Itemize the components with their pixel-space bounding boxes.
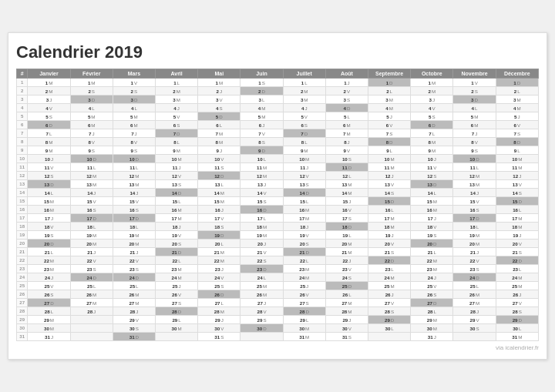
day-number: 27 <box>129 300 134 306</box>
calendar-cell <box>453 333 496 341</box>
calendar-cell: 6S <box>156 121 198 129</box>
calendar-cell: 29J <box>325 316 368 324</box>
day-letter: J <box>306 165 308 170</box>
calendar-cell: 18V <box>28 223 70 231</box>
day-letter: J <box>476 250 479 255</box>
calendar-cell: 21V <box>240 248 283 256</box>
day-letter: L <box>434 309 436 314</box>
calendar-cell: 22L <box>156 256 198 265</box>
calendar-cell: 17M <box>496 214 538 223</box>
day-number: 5 <box>344 114 346 119</box>
calendar-cell: 12M <box>240 172 283 180</box>
day-number: 19 <box>129 233 134 238</box>
day-number: 3 <box>130 97 133 102</box>
calendar-cell: 23L <box>496 265 538 273</box>
calendar-cell: 16L <box>368 206 411 214</box>
calendar-cell: 22L <box>283 256 325 265</box>
calendar-cell: 1D <box>368 79 411 87</box>
day-letter: M <box>433 258 437 263</box>
calendar-row: 3030M30S30M30V30D30M30V30L30M30S30L <box>17 324 539 333</box>
calendar-row: 99M9S9S9M9J9D9M9V9L9M9S9L <box>17 146 539 155</box>
day-letter: M <box>135 182 139 187</box>
day-letter: S <box>432 114 435 119</box>
day-number: 7 <box>514 131 516 136</box>
calendar-cell: 1D <box>496 79 538 87</box>
calendar-cell: 15V <box>70 197 113 206</box>
day-number: 12 <box>129 173 134 179</box>
day-letter: S <box>262 80 265 85</box>
day-letter: M <box>518 334 522 340</box>
day-letter: J <box>220 148 222 153</box>
day-number: 31 <box>342 334 348 340</box>
day-letter: D <box>305 250 308 255</box>
calendar-cell: 7J <box>453 129 496 138</box>
day-letter: S <box>50 233 53 238</box>
calendar-cell: 19L <box>325 231 368 240</box>
calendar-cell: 26M <box>70 290 113 299</box>
day-letter: V <box>219 97 222 102</box>
calendar-cell: 8M <box>411 138 453 146</box>
day-letter: D <box>262 89 265 94</box>
day-number: 5 <box>130 114 133 119</box>
calendar-cell: 12L <box>325 172 368 180</box>
day-letter: M <box>476 173 479 179</box>
day-letter: V <box>389 122 392 128</box>
calendar-page: Calendrier 2019 #JanvierFévrierMarsAvril… <box>8 32 547 360</box>
day-letter: D <box>305 190 308 196</box>
day-number: 21 <box>87 250 92 255</box>
day-letter: M <box>220 250 224 255</box>
day-number: 1 <box>216 80 218 85</box>
day-letter: S <box>134 89 137 94</box>
day-number: 20 <box>257 241 263 246</box>
day-number: 19 <box>86 233 92 238</box>
day-number: 14 <box>385 190 390 196</box>
calendar-cell: 9M <box>156 146 198 155</box>
calendar-cell: 22J <box>325 256 368 265</box>
day-number: 18 <box>130 224 135 230</box>
day-letter: V <box>220 326 224 331</box>
day-letter: J <box>475 131 477 136</box>
calendar-cell: 19M <box>240 231 283 240</box>
calendar-cell: 16L <box>496 206 538 214</box>
calendar-cell: 7S <box>496 129 538 138</box>
day-letter: V <box>475 80 478 85</box>
calendar-cell: 9L <box>496 146 538 155</box>
day-letter: M <box>348 309 352 314</box>
day-number: 28 <box>214 309 220 314</box>
calendar-cell: 20L <box>198 240 240 248</box>
day-letter: M <box>135 292 139 297</box>
day-letter: M <box>304 89 308 94</box>
day-letter: S <box>306 241 309 246</box>
day-letter: D <box>220 233 224 238</box>
day-number: 12 <box>172 173 177 179</box>
day-letter: M <box>92 241 96 246</box>
calendar-cell: 17J <box>28 214 70 223</box>
day-number: 3 <box>513 97 516 102</box>
day-number: 25 <box>342 283 348 289</box>
calendar-cell: 14M <box>198 189 240 197</box>
day-letter: L <box>304 80 307 85</box>
calendar-cell: 22D <box>496 256 538 265</box>
day-letter: D <box>50 241 53 246</box>
day-letter: S <box>304 122 308 128</box>
day-letter: M <box>135 173 139 179</box>
day-number: 24 <box>172 275 177 280</box>
calendar-cell: 25J <box>283 282 325 290</box>
calendar-cell: 23M <box>283 265 325 273</box>
calendar-cell: 4M <box>496 104 538 112</box>
calendar-cell: 25V <box>28 282 70 290</box>
day-number: 17 <box>342 216 348 221</box>
day-number: 7 <box>173 131 176 136</box>
day-number: 19 <box>427 233 432 238</box>
calendar-cell: 18L <box>70 223 113 231</box>
day-number: 23 <box>215 266 220 272</box>
day-number: 27 <box>257 300 263 306</box>
day-letter: L <box>93 165 96 170</box>
day-number: 3 <box>385 97 388 102</box>
calendar-cell: 16M <box>411 206 453 214</box>
calendar-cell: 4V <box>28 104 70 112</box>
calendar-cell <box>70 333 113 341</box>
calendar-cell: 26M <box>113 290 155 299</box>
day-letter: V <box>347 148 350 153</box>
calendar-row: 11M1M1V1L1M1S1L1J1D1M1V1D <box>17 79 539 87</box>
